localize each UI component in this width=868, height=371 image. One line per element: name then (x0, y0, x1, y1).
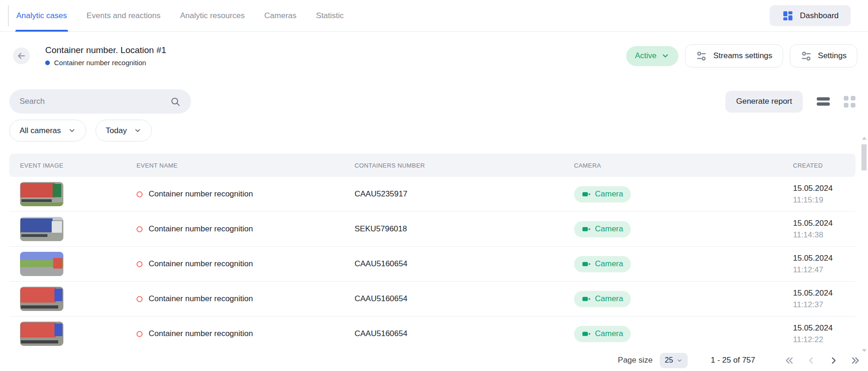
table-body: Container number recognitionCAAU5235917C… (9, 177, 855, 351)
created-cell: 15.05.202411:12:47 (793, 254, 855, 275)
sliders-icon (696, 50, 707, 62)
scroll-up-icon[interactable] (862, 137, 867, 140)
camera-badge[interactable]: Camera (574, 186, 631, 202)
created-time: 11:12:37 (793, 300, 855, 310)
table-header-row: EVENT IMAGEEVENT NAMECONTAINERS NUMBERCA… (9, 154, 855, 177)
page-subtitle: Container number recognition (45, 59, 166, 67)
event-name-cell: Container number recognition (137, 259, 355, 269)
pagination-range: 1 - 25 of 757 (711, 356, 755, 365)
event-type-ring-icon (137, 191, 143, 197)
tab-analytic-cases[interactable]: Analytic cases (16, 0, 67, 31)
event-type-ring-icon (137, 296, 143, 302)
event-name: Container number recognition (149, 259, 253, 269)
table-row[interactable]: Container number recognitionSEKU5796018C… (9, 212, 855, 247)
camera-cell: Camera (574, 291, 793, 307)
camera-badge[interactable]: Camera (574, 221, 631, 237)
settings-button[interactable]: Settings (790, 44, 857, 67)
created-cell: 15.05.202411:12:22 (793, 324, 855, 344)
event-name: Container number recognition (149, 224, 253, 234)
tab-statistic[interactable]: Statistic (316, 0, 344, 31)
camera-badge[interactable]: Camera (574, 326, 631, 342)
top-navigation: Analytic casesEvents and reactionsAnalyt… (0, 0, 868, 32)
cameras-filter-label: All cameras (20, 126, 61, 135)
grid-view-toggle[interactable] (844, 96, 855, 108)
camera-badge[interactable]: Camera (574, 291, 631, 307)
event-name-cell: Container number recognition (137, 189, 355, 199)
page-size-label: Page size (618, 356, 653, 365)
created-time: 11:15:19 (793, 196, 855, 205)
column-header-created: CREATED (793, 162, 855, 169)
created-date: 15.05.2024 (793, 219, 855, 228)
chevron-down-icon (134, 127, 142, 135)
camera-badge-label: Camera (595, 294, 623, 304)
event-name-cell: Container number recognition (137, 329, 355, 338)
date-filter-dropdown[interactable]: Today (96, 120, 152, 142)
created-date: 15.05.2024 (793, 184, 855, 193)
page-title: Container number. Location #1 (45, 45, 166, 55)
video-camera-icon (582, 330, 591, 338)
status-dropdown[interactable]: Active (626, 46, 678, 66)
dashboard-button-label: Dashboard (800, 11, 839, 20)
event-type-ring-icon (137, 226, 143, 232)
container-number: SEKU5796018 (355, 224, 574, 234)
table-row[interactable]: Container number recognitionCAAU5160654C… (9, 317, 855, 351)
event-image-thumbnail[interactable] (20, 217, 63, 241)
status-badge: Active (635, 51, 656, 61)
tab-analytic-resources[interactable]: Analytic resources (180, 0, 245, 31)
generate-report-button[interactable]: Generate report (725, 91, 803, 113)
table-scrollbar[interactable] (861, 137, 867, 352)
camera-cell: Camera (574, 186, 793, 202)
back-button[interactable] (13, 47, 30, 64)
dashboard-button[interactable]: Dashboard (770, 5, 851, 26)
scrollbar-thumb[interactable] (861, 144, 867, 170)
cameras-filter-dropdown[interactable]: All cameras (9, 120, 86, 142)
tab-events-and-reactions[interactable]: Events and reactions (87, 0, 161, 31)
event-image-thumbnail[interactable] (20, 287, 63, 311)
table-row[interactable]: Container number recognitionCAAU5160654C… (9, 282, 855, 317)
camera-badge-label: Camera (595, 224, 623, 234)
scroll-down-icon[interactable] (862, 349, 867, 352)
created-time: 11:14:38 (793, 230, 855, 240)
container-number: CAAU5160654 (355, 329, 574, 338)
sliders-icon (800, 50, 812, 62)
event-type-ring-icon (137, 331, 143, 337)
video-camera-icon (582, 260, 591, 268)
list-view-toggle[interactable] (817, 97, 830, 106)
streams-settings-button[interactable]: Streams settings (685, 44, 783, 67)
created-cell: 15.05.202411:15:19 (793, 184, 855, 205)
search-icon (170, 96, 181, 107)
last-page-icon[interactable] (850, 355, 861, 366)
event-image-cell (20, 322, 137, 346)
pager-controls (784, 355, 861, 366)
search-input[interactable] (20, 97, 170, 106)
video-camera-icon (582, 225, 591, 233)
event-name-cell: Container number recognition (137, 294, 355, 304)
event-image-thumbnail[interactable] (20, 322, 63, 346)
created-time: 11:12:47 (793, 265, 855, 275)
tab-cameras[interactable]: Cameras (264, 0, 296, 31)
chevron-down-icon (661, 52, 670, 60)
column-header-camera: CAMERA (574, 162, 793, 169)
pagination-bar: Page size 25 1 - 25 of 757 (0, 350, 868, 371)
table-row[interactable]: Container number recognitionCAAU5160654C… (9, 247, 855, 282)
first-page-icon[interactable] (784, 355, 795, 366)
camera-badge-label: Camera (595, 189, 623, 199)
camera-badge[interactable]: Camera (574, 256, 631, 272)
event-image-cell (20, 252, 137, 276)
page-header: Container number. Location #1 Container … (13, 43, 857, 69)
analytic-type-dot-icon (45, 61, 50, 65)
dashboard-icon (782, 10, 794, 22)
event-image-thumbnail[interactable] (20, 252, 63, 276)
column-header-containers-number: CONTAINERS NUMBER (355, 162, 574, 169)
event-image-thumbnail[interactable] (20, 182, 63, 206)
page-size-value: 25 (665, 356, 673, 364)
search-box[interactable] (9, 89, 191, 114)
camera-cell: Camera (574, 256, 793, 272)
previous-page-icon[interactable] (806, 355, 817, 366)
next-page-icon[interactable] (828, 355, 839, 366)
table-row[interactable]: Container number recognitionCAAU5235917C… (9, 177, 855, 212)
video-camera-icon (582, 190, 591, 198)
container-number: CAAU5160654 (355, 259, 574, 269)
page-size-select[interactable]: 25 (660, 353, 688, 368)
date-filter-label: Today (106, 126, 127, 135)
